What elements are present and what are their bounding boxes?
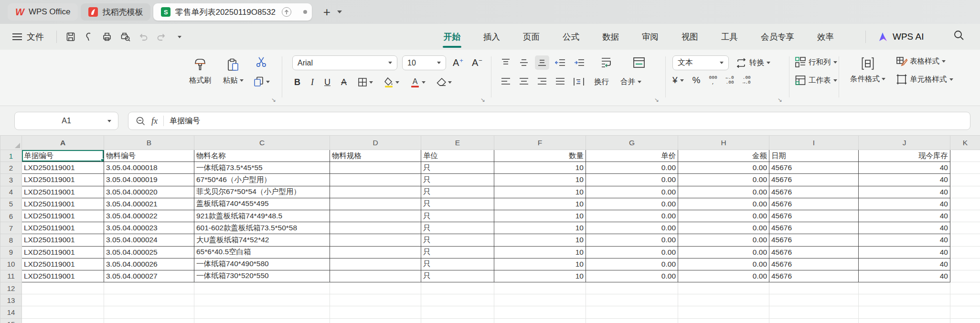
cell-G2[interactable]: 0.00 [586, 162, 678, 174]
cell-D11[interactable] [330, 270, 421, 282]
quick-access-chevron-icon[interactable] [170, 29, 189, 44]
copy-chevron-icon[interactable] [266, 81, 270, 83]
ribbon-tab-数据[interactable]: 数据 [591, 24, 630, 50]
cell-C1[interactable]: 物料名称 [194, 150, 330, 162]
cell-H6[interactable]: 0.00 [678, 210, 769, 222]
cell-I4[interactable]: 45676 [769, 186, 859, 198]
cell-C12[interactable] [194, 282, 330, 294]
cell-D7[interactable] [330, 222, 421, 234]
row-header-5[interactable]: 5 [0, 198, 22, 210]
cell-C15[interactable] [194, 318, 330, 323]
redo-button[interactable] [152, 29, 170, 44]
cell-J12[interactable] [859, 282, 950, 294]
ribbon-tab-视图[interactable]: 视图 [670, 24, 710, 50]
font-name-select[interactable]: Arial [292, 55, 397, 70]
align-left-button[interactable] [499, 75, 513, 89]
cell-C10[interactable]: 一体纸箱740*490*580 [194, 258, 330, 270]
cell-C14[interactable] [194, 306, 330, 318]
ribbon-tab-会员专享[interactable]: 会员专享 [749, 24, 806, 50]
new-tab-button[interactable]: + [323, 6, 330, 18]
cell-F5[interactable]: 10 [494, 198, 586, 210]
cell-E14[interactable] [421, 306, 494, 318]
cell-B10[interactable]: 3.05.04.000026 [104, 258, 194, 270]
strikethrough-button[interactable]: A [339, 75, 349, 89]
ribbon-tab-页面[interactable]: 页面 [511, 24, 551, 50]
cell-C5[interactable]: 盖板纸箱740*455*495 [194, 198, 330, 210]
cell-I3[interactable]: 45676 [769, 174, 859, 186]
export-button[interactable] [80, 29, 98, 44]
cell-A1[interactable]: 单据编号 [22, 150, 104, 162]
cell-E8[interactable]: 只 [421, 234, 494, 246]
fill-color-chevron-icon[interactable] [395, 81, 399, 84]
cell-K15[interactable] [950, 318, 980, 323]
cell-K3[interactable] [950, 174, 980, 186]
ribbon-tab-工具[interactable]: 工具 [710, 24, 749, 50]
cell-G9[interactable]: 0.00 [586, 246, 678, 258]
cell-B4[interactable]: 3.05.04.000020 [104, 186, 194, 198]
undo-button[interactable] [134, 29, 152, 44]
eraser-chevron-icon[interactable] [448, 81, 452, 84]
cell-C6[interactable]: 921款盖板纸箱74*49*48.5 [194, 210, 330, 222]
cell-D8[interactable] [330, 234, 421, 246]
cell-A2[interactable]: LXD250119001 [22, 162, 104, 174]
cell-J4[interactable]: 40 [859, 186, 950, 198]
cell-A10[interactable]: LXD250119001 [22, 258, 104, 270]
borders-button[interactable] [355, 75, 375, 89]
cell-I11[interactable]: 45676 [769, 270, 859, 282]
currency-format-button[interactable]: ¥ [672, 75, 684, 86]
rows-and-columns-button[interactable]: 行和列 [795, 56, 837, 68]
font-color-button[interactable]: A [408, 75, 427, 89]
cell-A13[interactable] [22, 294, 104, 306]
cell-A8[interactable]: LXD250119001 [22, 234, 104, 246]
alignment-dialog-launcher-icon[interactable]: ↘ [654, 97, 659, 103]
cell-E1[interactable]: 单位 [421, 150, 494, 162]
cell-F1[interactable]: 数量 [494, 150, 586, 162]
cell-G5[interactable]: 0.00 [586, 198, 678, 210]
cell-I14[interactable] [769, 306, 859, 318]
cell-B9[interactable]: 3.05.04.000025 [104, 246, 194, 258]
cell-G15[interactable] [586, 318, 678, 323]
cell-B3[interactable]: 3.05.04.000019 [104, 174, 194, 186]
cell-F11[interactable]: 10 [494, 270, 586, 282]
cell-F10[interactable]: 10 [494, 258, 586, 270]
cell-E4[interactable]: 只 [421, 186, 494, 198]
format-painter-button[interactable]: 格式刷 [185, 54, 215, 89]
cell-H10[interactable]: 0.00 [678, 258, 769, 270]
cloud-upload-icon[interactable] [282, 7, 291, 17]
text-orientation-button[interactable] [571, 75, 586, 89]
cell-J8[interactable]: 40 [859, 234, 950, 246]
column-header-G[interactable]: G [586, 136, 678, 150]
cell-J9[interactable]: 40 [859, 246, 950, 258]
hamburger-menu-icon[interactable] [12, 33, 22, 40]
cell-J3[interactable]: 40 [859, 174, 950, 186]
cell-H8[interactable]: 0.00 [678, 234, 769, 246]
cell-J7[interactable]: 40 [859, 222, 950, 234]
row-header-7[interactable]: 7 [0, 222, 22, 234]
cell-K12[interactable] [950, 282, 980, 294]
align-center-button[interactable] [517, 75, 531, 89]
cell-K4[interactable] [950, 186, 980, 198]
underline-button[interactable]: U [322, 75, 332, 89]
row-header-14[interactable]: 14 [0, 306, 22, 318]
cell-K10[interactable] [950, 258, 980, 270]
cell-J5[interactable]: 40 [859, 198, 950, 210]
cell-H11[interactable]: 0.00 [678, 270, 769, 282]
cell-E7[interactable]: 只 [421, 222, 494, 234]
cell-G7[interactable]: 0.00 [586, 222, 678, 234]
align-middle-button[interactable] [517, 55, 531, 70]
cell-G3[interactable]: 0.00 [586, 174, 678, 186]
number-dialog-launcher-icon[interactable]: ↘ [778, 97, 782, 103]
cell-I15[interactable] [769, 318, 859, 323]
cell-A6[interactable]: LXD250119001 [22, 210, 104, 222]
cell-K13[interactable] [950, 294, 980, 306]
formula-input[interactable]: fx 单据编号 [128, 112, 970, 130]
cell-J10[interactable]: 40 [859, 258, 950, 270]
table-style-button[interactable]: 表格样式 [896, 55, 953, 67]
cell-I13[interactable] [769, 294, 859, 306]
cell-F8[interactable]: 10 [494, 234, 586, 246]
cell-C7[interactable]: 601-602款盖板纸箱73.5*50*58 [194, 222, 330, 234]
clipboard-dialog-launcher-icon[interactable]: ↘ [271, 97, 276, 103]
cell-F15[interactable] [494, 318, 586, 323]
cell-I7[interactable]: 45676 [769, 222, 859, 234]
comma-format-button[interactable]: 000 , [709, 75, 717, 85]
